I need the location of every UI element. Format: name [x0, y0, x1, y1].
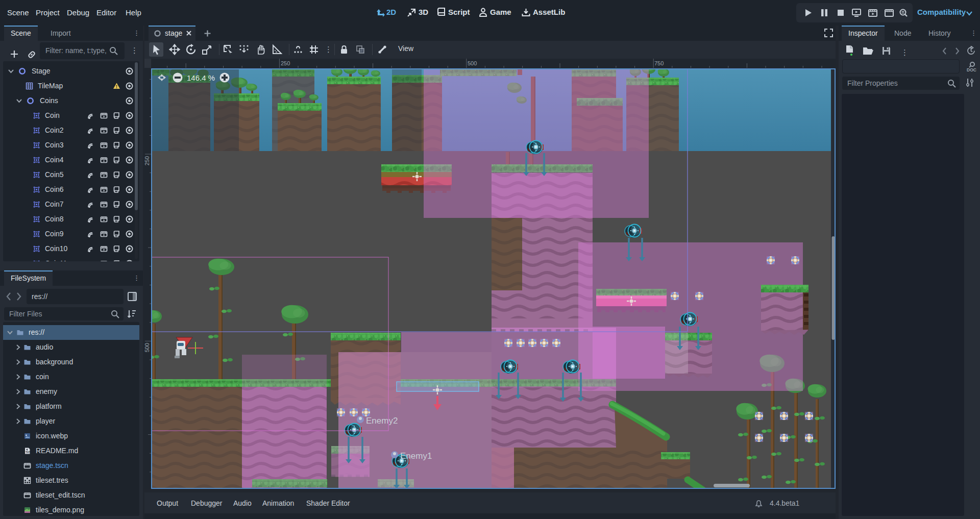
svg-text:500: 500	[468, 60, 477, 66]
svg-text:Enemy2: Enemy2	[366, 416, 398, 426]
svg-text:Enemy1: Enemy1	[400, 451, 432, 461]
svg-text:146.4 %: 146.4 %	[187, 73, 215, 82]
svg-text:250: 250	[281, 60, 290, 66]
svg-text:500: 500	[144, 343, 150, 352]
svg-text:750: 750	[654, 60, 664, 66]
svg-text:250: 250	[144, 156, 150, 165]
svg-text:DOC: DOC	[967, 67, 976, 72]
